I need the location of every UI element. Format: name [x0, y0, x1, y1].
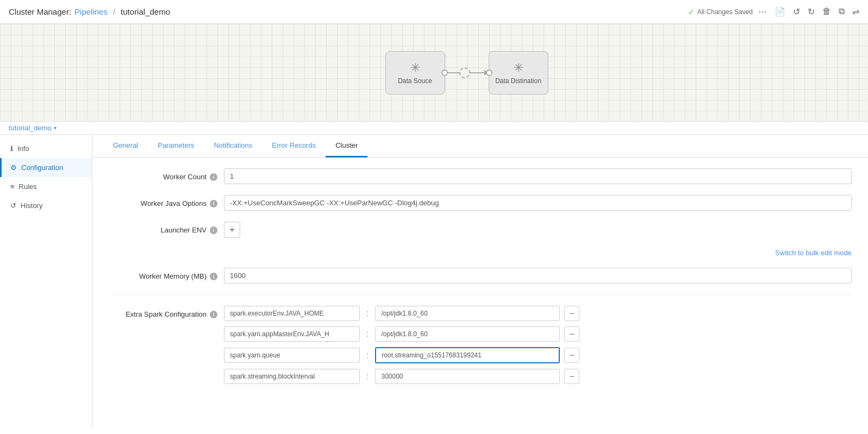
arrow-mid: [459, 67, 470, 78]
spark-value-3[interactable]: [375, 369, 560, 384]
pipeline-nodes: ✳ Data Souce ✳ Data Distination: [385, 51, 548, 95]
launcher-env-add-button[interactable]: +: [224, 222, 240, 238]
save-status: ✓ All Changes Saved: [688, 8, 753, 16]
source-connector-right[interactable]: [441, 70, 448, 76]
data-destination-node[interactable]: ✳ Data Distination: [489, 51, 548, 95]
worker-count-info-icon[interactable]: i: [210, 173, 217, 181]
sidebar-label-info: Info: [17, 144, 29, 153]
rules-icon: ≡: [10, 183, 15, 191]
spark-colon-3: :: [364, 372, 371, 381]
main-layout: ℹ Info ⚙ Configuration ≡ Rules ↺ History…: [0, 135, 868, 429]
spark-key-3[interactable]: [224, 369, 360, 384]
spark-colon-0: :: [364, 309, 371, 318]
sidebar-item-info[interactable]: ℹ Info: [0, 139, 92, 158]
tab-notifications[interactable]: Notifications: [204, 135, 262, 158]
worker-memory-row: Worker Memory (MB) i: [109, 268, 852, 284]
source-node-icon: ✳: [410, 61, 420, 75]
spark-config-row-0: : −: [224, 306, 852, 321]
sidebar: ℹ Info ⚙ Configuration ≡ Rules ↺ History: [0, 135, 92, 429]
sidebar-label-configuration: Configuration: [21, 163, 63, 172]
spark-remove-0[interactable]: −: [564, 306, 579, 321]
spark-config-row-3: : −: [224, 369, 852, 384]
sidebar-label-rules: Rules: [19, 183, 37, 191]
pipeline-dropdown-arrow[interactable]: ▾: [54, 125, 57, 131]
tab-parameters[interactable]: Parameters: [148, 135, 204, 158]
spark-key-1[interactable]: [224, 326, 360, 342]
extra-spark-label-row: Extra Spark Configuration i : − :: [109, 306, 852, 389]
sidebar-item-rules[interactable]: ≡ Rules: [0, 177, 92, 196]
worker-count-row: Worker Count i: [109, 168, 852, 184]
worker-memory-label: Worker Memory (MB) i: [109, 268, 217, 280]
pipeline-name: tutorial_demo: [121, 7, 170, 16]
worker-java-label: Worker Java Options i: [109, 195, 217, 207]
content-area: General Parameters Notifications Error R…: [92, 135, 868, 429]
tab-cluster[interactable]: Cluster: [326, 135, 367, 158]
worker-count-input[interactable]: [224, 168, 852, 184]
arrow-line-right: [470, 72, 484, 73]
pipeline-tab-text: tutorial_demo: [9, 124, 52, 132]
dest-node-label: Data Distination: [495, 77, 541, 85]
pipelines-link[interactable]: Pipelines: [74, 7, 108, 16]
divider: [109, 294, 852, 295]
header-actions: ⋯ 📄 ↺ ↻ 🗑 ⧉ ⇌: [758, 7, 859, 17]
sidebar-label-history: History: [21, 202, 42, 210]
worker-java-row: Worker Java Options i: [109, 195, 852, 211]
tab-general[interactable]: General: [103, 135, 148, 158]
app-title: Cluster Manager:: [9, 7, 71, 16]
spark-remove-3[interactable]: −: [564, 369, 579, 384]
check-icon: ✓: [688, 8, 695, 16]
redo-icon[interactable]: ↻: [808, 7, 815, 17]
spark-config-row-1: : −: [224, 326, 852, 342]
worker-memory-info-icon[interactable]: i: [210, 273, 217, 280]
spark-colon-2: :: [364, 350, 371, 360]
spark-key-0[interactable]: [224, 306, 360, 321]
spark-value-2[interactable]: [375, 347, 560, 363]
sidebar-item-history[interactable]: ↺ History: [0, 196, 92, 215]
spark-remove-1[interactable]: −: [564, 326, 579, 342]
header: Cluster Manager: Pipelines / tutorial_de…: [0, 0, 868, 24]
worker-memory-input[interactable]: [224, 268, 852, 284]
spark-remove-2[interactable]: −: [564, 348, 579, 363]
spark-config-rows: : − : − :: [224, 306, 852, 389]
extra-spark-label: Extra Spark Configuration i: [109, 306, 217, 318]
delete-icon[interactable]: 🗑: [822, 7, 831, 17]
pipeline-tab-bar: tutorial_demo ▾: [0, 122, 868, 135]
more-icon[interactable]: ⋯: [758, 7, 767, 17]
copy-icon[interactable]: ⧉: [839, 7, 845, 17]
spark-config-row-2: : −: [224, 347, 852, 363]
form-area: Worker Count i Worker Java Options i Lau…: [92, 158, 868, 406]
launcher-env-label: Launcher ENV i: [109, 222, 217, 234]
pipeline-tab-label[interactable]: tutorial_demo ▾: [9, 124, 57, 132]
launcher-env-info-icon[interactable]: i: [210, 227, 217, 234]
worker-java-input[interactable]: [224, 195, 852, 211]
launcher-env-row: Launcher ENV i +: [109, 222, 852, 238]
undo-icon[interactable]: ↺: [793, 7, 800, 17]
shuffle-icon[interactable]: ⇌: [852, 7, 859, 17]
config-icon: ⚙: [10, 163, 17, 172]
pipeline-canvas[interactable]: ✳ Data Souce ✳ Data Distination: [0, 24, 868, 122]
tab-bar: General Parameters Notifications Error R…: [92, 135, 868, 158]
spark-colon-1: :: [364, 329, 371, 339]
source-node-label: Data Souce: [398, 77, 432, 85]
history-icon: ↺: [10, 202, 16, 210]
extra-spark-info-icon[interactable]: i: [210, 311, 217, 318]
saved-text: All Changes Saved: [697, 8, 753, 16]
worker-java-info-icon[interactable]: i: [210, 200, 217, 207]
breadcrumb-sep: /: [113, 7, 115, 16]
header-left: Cluster Manager: Pipelines / tutorial_de…: [9, 7, 170, 16]
dest-node-icon: ✳: [514, 61, 523, 75]
doc-icon[interactable]: 📄: [775, 7, 785, 17]
worker-count-label: Worker Count i: [109, 168, 217, 181]
spark-value-0[interactable]: [375, 306, 560, 321]
spark-key-2[interactable]: [224, 348, 360, 363]
bulk-edit-link[interactable]: Switch to bulk edit mode: [109, 249, 852, 257]
dest-connector-left[interactable]: [486, 70, 492, 76]
info-icon: ℹ: [10, 144, 13, 153]
header-right: ✓ All Changes Saved ⋯ 📄 ↺ ↻ 🗑 ⧉ ⇌: [688, 7, 859, 17]
pipeline-arrow: [445, 67, 489, 78]
spark-value-1[interactable]: [375, 326, 560, 342]
tab-error-records[interactable]: Error Records: [262, 135, 326, 158]
data-source-node[interactable]: ✳ Data Souce: [385, 51, 445, 95]
sidebar-item-configuration[interactable]: ⚙ Configuration: [0, 158, 92, 177]
